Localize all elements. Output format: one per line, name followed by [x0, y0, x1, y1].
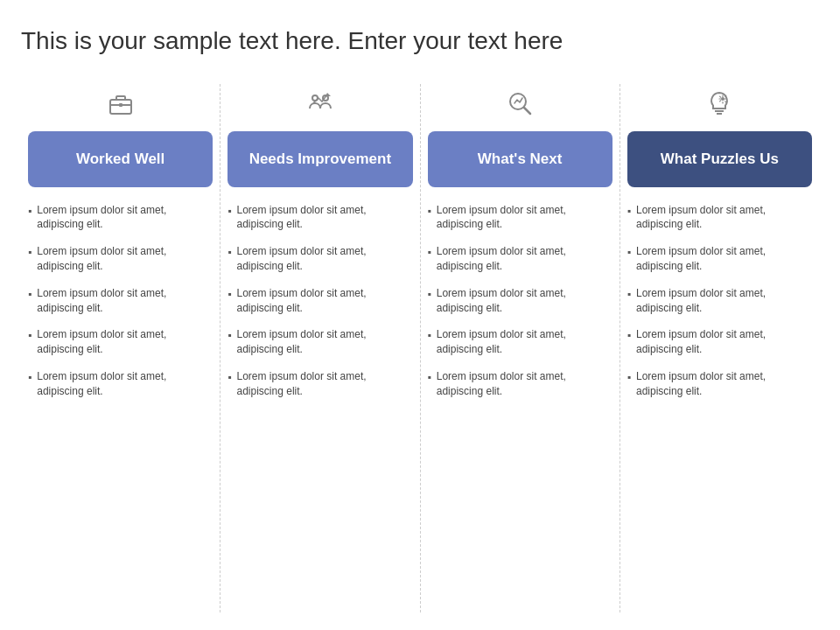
column-worked-well: Worked Well Lorem ipsum dolor sit amet, … — [21, 84, 220, 612]
page: This is your sample text here. Enter you… — [0, 0, 840, 630]
list-item: Lorem ipsum dolor sit amet, adipiscing e… — [228, 286, 412, 316]
list-item: Lorem ipsum dolor sit amet, adipiscing e… — [428, 286, 612, 316]
column-header-what-puzzles-us: What Puzzles Us — [627, 131, 812, 187]
bullet-list-whats-next: Lorem ipsum dolor sit amet, adipiscing e… — [428, 203, 612, 399]
svg-rect-2 — [119, 103, 122, 107]
column-needs-improvement: Needs Improvement Lorem ipsum dolor sit … — [220, 84, 420, 612]
columns-wrapper: Worked Well Lorem ipsum dolor sit amet, … — [21, 84, 819, 612]
bullet-list-what-puzzles-us: Lorem ipsum dolor sit amet, adipiscing e… — [627, 203, 812, 399]
list-item: Lorem ipsum dolor sit amet, adipiscing e… — [627, 244, 812, 274]
list-item: Lorem ipsum dolor sit amet, adipiscing e… — [428, 327, 612, 357]
briefcase-icon — [28, 84, 213, 122]
list-item: Lorem ipsum dolor sit amet, adipiscing e… — [228, 369, 412, 399]
svg-point-11 — [721, 97, 724, 101]
list-item: Lorem ipsum dolor sit amet, adipiscing e… — [428, 369, 612, 399]
page-title: This is your sample text here. Enter you… — [21, 26, 819, 56]
list-item: Lorem ipsum dolor sit amet, adipiscing e… — [228, 327, 412, 357]
column-header-needs-improvement: Needs Improvement — [228, 131, 412, 187]
column-header-worked-well: Worked Well — [28, 131, 213, 187]
list-item: Lorem ipsum dolor sit amet, adipiscing e… — [228, 244, 412, 274]
list-item: Lorem ipsum dolor sit amet, adipiscing e… — [627, 286, 812, 316]
list-item: Lorem ipsum dolor sit amet, adipiscing e… — [627, 327, 812, 357]
list-item: Lorem ipsum dolor sit amet, adipiscing e… — [28, 286, 213, 316]
list-item: Lorem ipsum dolor sit amet, adipiscing e… — [627, 369, 812, 399]
list-item: Lorem ipsum dolor sit amet, adipiscing e… — [228, 203, 412, 233]
chart-people-icon — [228, 84, 412, 122]
svg-line-7 — [524, 108, 530, 114]
list-item: Lorem ipsum dolor sit amet, adipiscing e… — [428, 244, 612, 274]
list-item: Lorem ipsum dolor sit amet, adipiscing e… — [428, 203, 612, 233]
list-item: Lorem ipsum dolor sit amet, adipiscing e… — [28, 203, 213, 233]
column-what-puzzles-us: What Puzzles Us Lorem ipsum dolor sit am… — [620, 84, 819, 612]
bullet-list-needs-improvement: Lorem ipsum dolor sit amet, adipiscing e… — [228, 203, 412, 399]
column-whats-next: What's Next Lorem ipsum dolor sit amet, … — [421, 84, 620, 612]
search-analytics-icon — [428, 84, 612, 122]
list-item: Lorem ipsum dolor sit amet, adipiscing e… — [627, 203, 812, 233]
list-item: Lorem ipsum dolor sit amet, adipiscing e… — [28, 369, 213, 399]
svg-marker-5 — [326, 93, 331, 96]
bullet-list-worked-well: Lorem ipsum dolor sit amet, adipiscing e… — [28, 203, 213, 399]
head-idea-icon — [627, 84, 812, 122]
list-item: Lorem ipsum dolor sit amet, adipiscing e… — [28, 327, 213, 357]
list-item: Lorem ipsum dolor sit amet, adipiscing e… — [28, 244, 213, 274]
column-header-whats-next: What's Next — [428, 131, 612, 187]
